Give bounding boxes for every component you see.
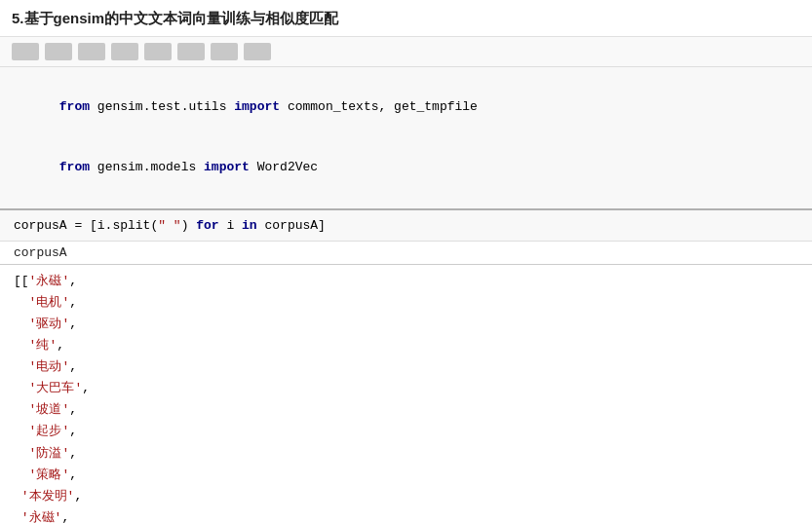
title-bar: 5.基于gensim的中文文本词向量训练与相似度匹配 bbox=[0, 0, 812, 37]
code-cell-split: corpusA = [i.split(" ") for i in corpusA… bbox=[0, 210, 812, 242]
output-line-0: [['永磁', bbox=[14, 271, 798, 292]
split-code-text: corpusA = [i.split( bbox=[14, 218, 158, 233]
code-cell-imports: from gensim.test.utils import common_tex… bbox=[0, 67, 812, 210]
output-line-5: '大巴车', bbox=[14, 378, 798, 399]
output-label: corpusA bbox=[0, 242, 812, 265]
output-line-11: '永磁', bbox=[14, 507, 798, 523]
output-line-1: '电机', bbox=[14, 292, 798, 314]
output-line-8: '防溢', bbox=[14, 443, 798, 465]
page-title: 5.基于gensim的中文文本词向量训练与相似度匹配 bbox=[12, 10, 338, 26]
toolbar-btn-1[interactable] bbox=[12, 43, 39, 60]
output-line-10: '本发明', bbox=[14, 486, 798, 507]
toolbar-btn-2[interactable] bbox=[45, 43, 72, 60]
import-line-1: from gensim.test.utils import common_tex… bbox=[14, 77, 798, 137]
output-line-7: '起步', bbox=[14, 421, 798, 442]
output-line-3: '纯', bbox=[14, 335, 798, 356]
toolbar-btn-5[interactable] bbox=[144, 43, 172, 60]
toolbar-btn-6[interactable] bbox=[177, 43, 205, 60]
output-line-2: '驱动', bbox=[14, 314, 798, 335]
toolbar bbox=[0, 37, 812, 67]
import-line-2: from gensim.models import Word2Vec bbox=[14, 137, 798, 198]
keyword-from-2: from bbox=[59, 160, 90, 174]
keyword-import: import bbox=[234, 99, 280, 114]
toolbar-btn-3[interactable] bbox=[78, 43, 105, 60]
keyword-import-2: import bbox=[204, 160, 250, 174]
output-line-6: '坡道', bbox=[14, 399, 798, 421]
output-line-9: '策略', bbox=[14, 465, 798, 486]
toolbar-btn-8[interactable] bbox=[244, 43, 271, 60]
page-container: 5.基于gensim的中文文本词向量训练与相似度匹配 from gensim.t… bbox=[0, 0, 812, 523]
keyword-from: from bbox=[59, 99, 90, 114]
toolbar-btn-4[interactable] bbox=[111, 43, 138, 60]
output-line-4: '电动', bbox=[14, 356, 798, 378]
toolbar-btn-7[interactable] bbox=[211, 43, 238, 60]
output-block: [['永磁', '电机', '驱动', '纯', '电动', '大巴车', '坡… bbox=[0, 265, 812, 523]
